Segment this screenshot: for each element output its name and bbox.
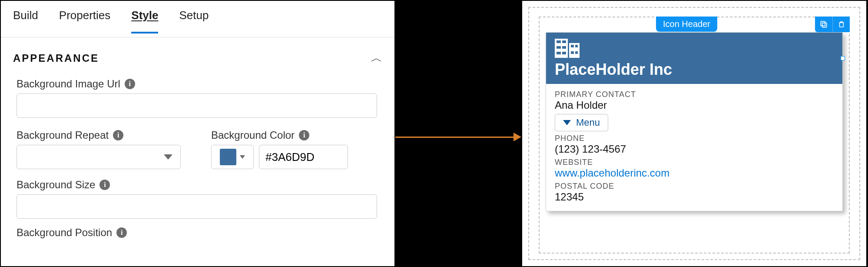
bg-color-label: Background Color: [211, 129, 295, 141]
bg-position-label-row: Background Position i: [17, 227, 379, 239]
card-title: PlaceHolder Inc: [555, 60, 834, 79]
info-icon[interactable]: i: [299, 130, 309, 140]
bg-image-url-label: Background Image Url: [17, 78, 120, 90]
duplicate-icon: [819, 20, 828, 29]
preview-panel: Icon Header PlaceHolder Inc: [521, 0, 867, 267]
info-icon[interactable]: i: [113, 130, 123, 140]
bg-repeat-label: Background Repeat: [17, 129, 109, 141]
bg-position-label: Background Position: [17, 227, 112, 239]
arrow-head-icon: [514, 133, 521, 141]
bg-repeat-label-row: Background Repeat i: [17, 129, 181, 141]
bg-size-label: Background Size: [17, 179, 95, 191]
bg-color-swatch-button[interactable]: [211, 145, 254, 169]
website-label: WEBSITE: [555, 158, 834, 167]
style-panel: Build Properties Style Setup APPEARANCE …: [0, 0, 395, 267]
tab-properties[interactable]: Properties: [59, 9, 111, 32]
tab-build[interactable]: Build: [13, 9, 38, 32]
caret-down-icon: [240, 155, 245, 159]
tab-setup[interactable]: Setup: [179, 9, 209, 32]
bg-color-hex-input[interactable]: [259, 145, 348, 169]
caret-down-icon: [164, 154, 172, 160]
info-icon[interactable]: i: [99, 180, 110, 190]
component-badge: Icon Header: [656, 17, 717, 32]
canvas-inner[interactable]: Icon Header PlaceHolder Inc: [539, 17, 850, 254]
bg-image-url-input[interactable]: [17, 93, 377, 118]
menu-button[interactable]: Menu: [555, 114, 608, 131]
icon-header-card[interactable]: PlaceHolder Inc PRIMARY CONTACT Ana Hold…: [546, 32, 843, 211]
bg-color-label-row: Background Color i: [211, 129, 348, 141]
svg-rect-0: [822, 23, 827, 27]
primary-contact-value: Ana Holder: [555, 99, 834, 111]
company-icon: [555, 39, 834, 58]
canvas-outer: Icon Header PlaceHolder Inc: [528, 7, 860, 260]
info-icon[interactable]: i: [125, 79, 135, 89]
bg-repeat-select[interactable]: [17, 145, 181, 169]
panel-tabs: Build Properties Style Setup: [1, 1, 394, 37]
card-header: PlaceHolder Inc: [546, 33, 842, 84]
bg-size-input[interactable]: [17, 194, 377, 219]
chevron-up-icon: ︿: [371, 50, 382, 66]
phone-value: (123) 123-4567: [555, 143, 834, 155]
duplicate-button[interactable]: [815, 17, 832, 32]
postal-label: POSTAL CODE: [555, 182, 834, 191]
menu-button-label: Menu: [576, 117, 600, 128]
resize-handle[interactable]: [841, 56, 845, 60]
trash-icon: [838, 20, 845, 29]
website-value[interactable]: www.placeholderinc.com: [555, 167, 834, 179]
card-body: PRIMARY CONTACT Ana Holder Menu PHONE (1…: [546, 84, 842, 211]
postal-value: 12345: [555, 191, 834, 203]
appearance-title: APPEARANCE: [13, 52, 99, 64]
svg-rect-1: [821, 21, 825, 26]
primary-contact-label: PRIMARY CONTACT: [555, 90, 834, 99]
bg-image-url-label-row: Background Image Url i: [17, 78, 379, 90]
svg-rect-2: [839, 23, 843, 27]
bg-size-label-row: Background Size i: [17, 179, 379, 191]
appearance-section-header[interactable]: APPEARANCE ︿: [1, 37, 394, 73]
delete-button[interactable]: [832, 17, 850, 32]
arrow-indicator: [395, 133, 521, 141]
color-swatch-icon: [220, 149, 236, 165]
component-toolbar: [815, 17, 850, 32]
tab-style[interactable]: Style: [131, 9, 158, 33]
arrow-line-icon: [395, 137, 514, 138]
info-icon[interactable]: i: [116, 227, 127, 238]
appearance-form: Background Image Url i Background Repeat…: [1, 78, 394, 239]
phone-label: PHONE: [555, 134, 834, 143]
caret-down-icon: [563, 120, 571, 125]
